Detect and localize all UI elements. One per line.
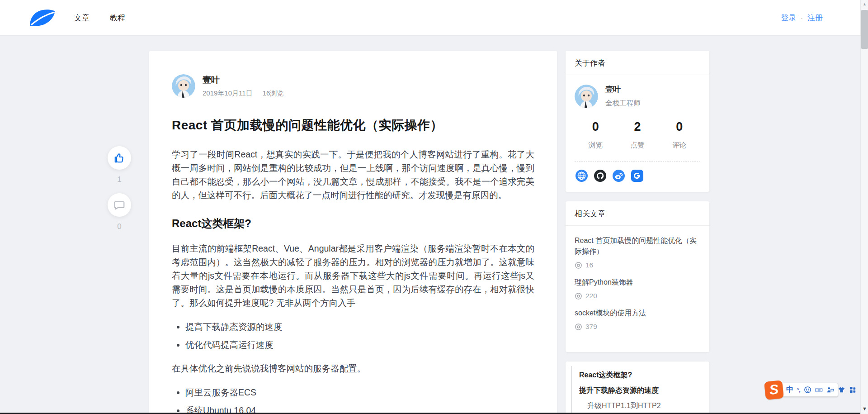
- author-avatar[interactable]: [172, 74, 195, 98]
- nav-links: 文章 教程: [74, 13, 125, 23]
- scrollbar-down-arrow-icon[interactable]: ▼: [861, 406, 868, 411]
- nav-link-articles[interactable]: 文章: [74, 13, 90, 23]
- stat-views-label: 浏览: [575, 141, 617, 150]
- related-item[interactable]: socket模块的使用方法 379: [575, 308, 700, 331]
- view-count: 16浏览: [263, 89, 284, 98]
- stat-comments-label: 评论: [658, 141, 700, 150]
- toolbox-grid-icon[interactable]: [849, 386, 857, 394]
- like-button[interactable]: [108, 146, 131, 170]
- related-item-title[interactable]: socket模块的使用方法: [575, 308, 700, 319]
- toc-item[interactable]: 升级HTTP1.1到HTTP2: [566, 398, 709, 414]
- sogou-logo-icon[interactable]: S: [764, 380, 784, 400]
- server-config-list: 阿里云服务器ECS 系统Ubuntu 16.04: [172, 386, 534, 414]
- floating-actions: 1 0: [107, 146, 132, 240]
- login-link[interactable]: 登录: [781, 13, 796, 23]
- auth-divider: ·: [801, 14, 803, 22]
- keyboard-icon[interactable]: [815, 386, 823, 394]
- optimization-directions-list: 提高下载静态资源的速度 优化代码提高运行速度: [172, 320, 534, 352]
- toc-rail: [571, 366, 572, 414]
- author-name[interactable]: 壹叶: [203, 74, 283, 86]
- related-articles-card: 相关文章 React 首页加载慢的问题性能优化（实际操作） 16 理解Pytho…: [566, 201, 709, 352]
- ime-language-mode[interactable]: 中: [786, 385, 793, 395]
- related-item-views: 16: [585, 261, 593, 269]
- stat-comments-value: 0: [658, 120, 700, 134]
- toc-item[interactable]: 提升下载静态资源的速度: [566, 383, 709, 398]
- ime-punctuation-icon[interactable]: °,: [797, 386, 800, 393]
- stat-views-value: 0: [575, 120, 617, 134]
- sogou-ime-toolbar: S 中 °,: [766, 383, 838, 397]
- sidebar: 关于作者 壹叶 全栈工程师: [566, 51, 709, 414]
- nav-link-tutorials[interactable]: 教程: [110, 13, 125, 23]
- related-articles-title: 相关文章: [566, 201, 709, 226]
- github-icon[interactable]: [594, 170, 606, 182]
- eye-icon: [575, 323, 582, 331]
- about-author-card: 关于作者 壹叶 全栈工程师: [566, 51, 709, 192]
- paragraph-server-config: 在具体优化之前先说说我博客网站的服务器配置。: [172, 362, 534, 375]
- scrollbar-up-arrow-icon[interactable]: ▲: [861, 2, 868, 6]
- related-item-views: 379: [585, 323, 597, 331]
- article-card: 壹叶 2019年10月11日 16浏览 React 首页加载慢的问题性能优化（实…: [149, 51, 557, 414]
- list-item: 提高下载静态资源的速度: [185, 320, 534, 333]
- voice-input-icon[interactable]: [826, 386, 834, 394]
- paragraph-frameworks: 目前主流的前端框架React、Vue、Angular都是采用客户端渲染（服务端渲…: [172, 242, 534, 309]
- weibo-icon[interactable]: [613, 170, 625, 182]
- top-navbar: 文章 教程 登录 · 注册: [0, 0, 868, 36]
- related-item[interactable]: 理解Python装饰器 220: [575, 277, 700, 300]
- leaf-logo-icon[interactable]: [29, 8, 56, 27]
- eye-icon: [575, 292, 582, 300]
- stat-likes-value: 2: [617, 120, 659, 134]
- comment-button[interactable]: [108, 193, 131, 217]
- thumbs-up-icon: [113, 152, 125, 164]
- scrollbar-thumb[interactable]: [861, 10, 868, 49]
- paragraph-intro: 学习了一段时间React，想真实的实践一下。于是便把我的个人博客网站进行了重构。…: [172, 148, 534, 202]
- skin-shirt-icon[interactable]: [838, 386, 845, 394]
- list-item: 优化代码提高运行速度: [185, 338, 534, 352]
- comment-count: 0: [107, 222, 132, 231]
- related-item-title[interactable]: React 首页加载慢的问题性能优化（实际操作）: [575, 235, 700, 257]
- like-count: 1: [107, 175, 132, 184]
- speech-bubble-icon: [113, 199, 125, 211]
- publish-date: 2019年10月11日: [203, 89, 253, 98]
- emoji-face-icon[interactable]: [804, 386, 811, 394]
- eye-icon: [575, 262, 582, 269]
- website-globe-icon[interactable]: [576, 170, 588, 182]
- stat-likes-label: 点赞: [617, 141, 659, 150]
- sidebar-author-name[interactable]: 壹叶: [605, 84, 641, 95]
- gitee-g-icon[interactable]: [631, 170, 643, 182]
- related-item-views: 220: [585, 292, 597, 300]
- about-author-title: 关于作者: [566, 51, 709, 75]
- sidebar-author-role: 全栈工程师: [605, 99, 641, 108]
- toc-card: React这类框架? 提升下载静态资源的速度 升级HTTP1.1到HTTP2 开…: [566, 362, 709, 414]
- related-item[interactable]: React 首页加载慢的问题性能优化（实际操作） 16: [575, 235, 700, 269]
- section-heading-react-frameworks: React这类框架?: [172, 216, 534, 231]
- related-item-title[interactable]: 理解Python装饰器: [575, 277, 700, 288]
- list-item: 阿里云服务器ECS: [185, 386, 534, 399]
- toc-item[interactable]: React这类框架?: [566, 367, 709, 383]
- sidebar-author-avatar[interactable]: [575, 85, 598, 108]
- register-link[interactable]: 注册: [807, 13, 823, 23]
- page-scrollbar[interactable]: ▲ ▼: [860, 0, 868, 414]
- article-title: React 首页加载慢的问题性能优化（实际操作）: [172, 117, 534, 134]
